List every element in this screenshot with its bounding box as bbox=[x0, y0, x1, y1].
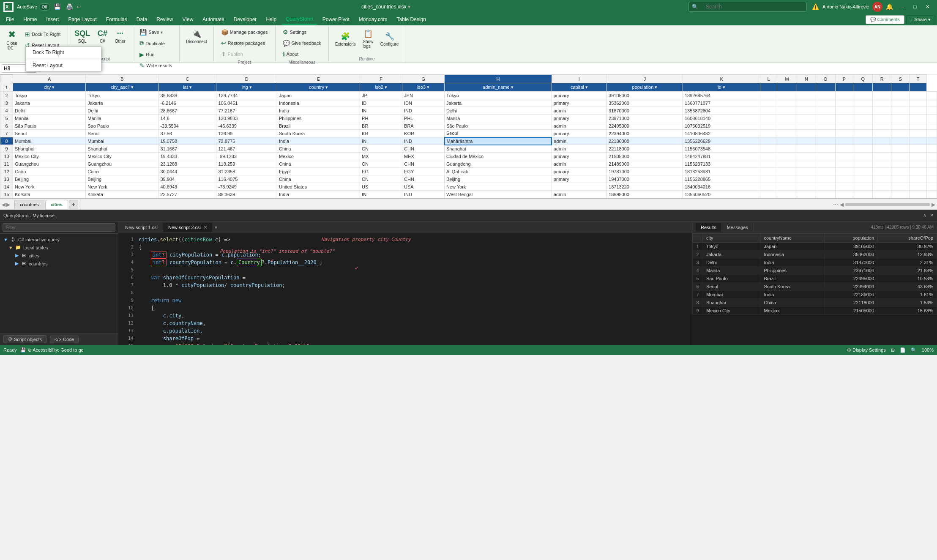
grid-view-icon[interactable]: ⊞ bbox=[891, 347, 895, 353]
about-button[interactable]: ℹ About bbox=[279, 49, 325, 59]
table-cell[interactable]: Cairo bbox=[13, 168, 86, 175]
table-cell[interactable]: Beijing bbox=[86, 175, 158, 183]
table-cell[interactable]: 1156237133 bbox=[683, 160, 760, 168]
table-cell[interactable]: admin bbox=[552, 137, 606, 145]
table-cell[interactable]: Jakarta bbox=[445, 99, 552, 107]
qs-collapse-button[interactable]: ∧ bbox=[923, 213, 926, 218]
table-cell[interactable]: New York bbox=[445, 183, 552, 191]
table-row[interactable]: 15KolkātaKolkata22.572788.3639IndiaININD… bbox=[0, 191, 937, 198]
table-cell[interactable]: CHN bbox=[402, 145, 445, 153]
minimize-button[interactable]: ─ bbox=[896, 2, 908, 11]
menu-table-design[interactable]: Table Design bbox=[393, 15, 430, 24]
table-cell[interactable]: BRA bbox=[402, 122, 445, 130]
header-population[interactable]: population ▾ bbox=[607, 83, 683, 92]
table-cell[interactable]: 39.904 bbox=[158, 175, 216, 183]
results-col-shareofpop[interactable]: shareOfPop bbox=[878, 234, 937, 243]
table-cell[interactable]: Mumbai bbox=[13, 137, 86, 145]
table-cell[interactable]: admin bbox=[552, 160, 606, 168]
table-cell[interactable]: 1608618140 bbox=[683, 115, 760, 122]
header-iso3[interactable]: iso3 ▾ bbox=[402, 83, 445, 92]
table-cell[interactable]: CHN bbox=[402, 160, 445, 168]
table-cell[interactable]: BR bbox=[360, 122, 402, 130]
ctx-dock-right[interactable]: Dock To Right bbox=[26, 47, 101, 58]
table-cell[interactable]: 22.5727 bbox=[158, 191, 216, 198]
results-col-population[interactable]: population bbox=[825, 234, 877, 243]
table-cell[interactable]: China bbox=[277, 160, 360, 168]
table-cell[interactable]: 1356226629 bbox=[683, 137, 760, 145]
table-cell[interactable]: primary bbox=[552, 175, 606, 183]
filter-input[interactable] bbox=[3, 223, 115, 232]
table-cell[interactable]: 22394000 bbox=[607, 130, 683, 137]
table-cell[interactable]: West Bengal bbox=[445, 191, 552, 198]
table-cell[interactable]: 35.6839 bbox=[158, 92, 216, 99]
header-admin-name[interactable]: admin_name ▾ bbox=[445, 83, 552, 92]
table-row[interactable]: 6São PauloSao Paulo-23.5504-46.6339Brazi… bbox=[0, 122, 937, 130]
table-cell[interactable]: 19.4333 bbox=[158, 153, 216, 160]
write-results-button[interactable]: ✎ Write results bbox=[136, 60, 176, 71]
table-cell[interactable]: Guangzhou bbox=[13, 160, 86, 168]
col-header-R[interactable]: R bbox=[873, 75, 891, 83]
results-tab-results[interactable]: Results bbox=[696, 223, 722, 232]
table-cell[interactable]: USA bbox=[402, 183, 445, 191]
table-row[interactable]: 8MumbaiMumbai19.075872.8775IndiaININDMah… bbox=[0, 137, 937, 145]
col-header-E[interactable]: E bbox=[277, 75, 360, 83]
table-cell[interactable]: São Paulo bbox=[445, 122, 552, 130]
table-cell[interactable]: Tōkyō bbox=[445, 92, 552, 99]
table-cell[interactable]: US bbox=[360, 183, 402, 191]
dock-right-button[interactable]: ⊞ Dock To Right bbox=[21, 29, 64, 39]
duplicate-button[interactable]: ⧉ Duplicate bbox=[136, 38, 176, 49]
table-cell[interactable]: Delhi bbox=[445, 107, 552, 115]
table-cell[interactable]: Guangdong bbox=[445, 160, 552, 168]
table-cell[interactable]: Indonesia bbox=[277, 99, 360, 107]
sql-button[interactable]: SQL SQL bbox=[71, 27, 93, 46]
table-cell[interactable]: PHL bbox=[402, 115, 445, 122]
table-cell[interactable]: KR bbox=[360, 130, 402, 137]
table-row[interactable]: 4DelhiDelhi28.666777.2167IndiaININDDelhi… bbox=[0, 107, 937, 115]
table-cell[interactable]: JPN bbox=[402, 92, 445, 99]
table-cell[interactable]: CN bbox=[360, 175, 402, 183]
table-row[interactable]: 14New YorkNew York40.6943-73.9249United … bbox=[0, 183, 937, 191]
table-cell[interactable]: Manila bbox=[445, 115, 552, 122]
disconnect-button[interactable]: 🔌 Disconnect bbox=[183, 27, 210, 46]
table-cell[interactable]: 21505000 bbox=[607, 153, 683, 160]
table-cell[interactable]: New York bbox=[13, 183, 86, 191]
list-item[interactable]: 9Mexico CityMexico2150500016.68% bbox=[693, 307, 937, 315]
sheet-tab-countries[interactable]: countries bbox=[14, 200, 44, 209]
manage-packages-button[interactable]: 📦 Manage packages bbox=[217, 27, 272, 37]
table-cell[interactable]: China bbox=[277, 145, 360, 153]
table-cell[interactable]: -46.6339 bbox=[216, 122, 277, 130]
table-cell[interactable]: India bbox=[277, 107, 360, 115]
table-cell[interactable]: admin bbox=[552, 107, 606, 115]
code-button[interactable]: </> Code bbox=[50, 336, 79, 343]
results-tab-messages[interactable]: Messages bbox=[722, 223, 754, 232]
list-item[interactable]: 4ManilaPhilippines2397100021.88% bbox=[693, 267, 937, 275]
horizontal-scrollbar[interactable] bbox=[845, 203, 930, 206]
table-cell[interactable]: 30.0444 bbox=[158, 168, 216, 175]
col-header-B[interactable]: B bbox=[86, 75, 158, 83]
menu-monday[interactable]: Monday.com bbox=[355, 15, 392, 24]
save-icon[interactable]: 💾 bbox=[54, 3, 61, 10]
table-row[interactable]: 12CairoCairo30.044431.2358EgyptEGEGYAl Q… bbox=[0, 168, 937, 175]
table-cell[interactable]: 1156073548 bbox=[683, 145, 760, 153]
table-cell[interactable]: MX bbox=[360, 153, 402, 160]
table-cell[interactable]: China bbox=[277, 175, 360, 183]
zoom-in-icon[interactable]: 🔍 bbox=[911, 347, 917, 353]
table-cell[interactable]: 31.1667 bbox=[158, 145, 216, 153]
tab-nav-left[interactable]: ◀ bbox=[2, 202, 5, 208]
table-cell[interactable]: MEX bbox=[402, 153, 445, 160]
table-cell[interactable]: JP bbox=[360, 92, 402, 99]
table-cell[interactable]: United States bbox=[277, 183, 360, 191]
settings-button[interactable]: ⚙ Settings bbox=[279, 27, 325, 37]
display-settings-button[interactable]: ⚙ Display Settings bbox=[847, 347, 886, 353]
table-cell[interactable]: IND bbox=[402, 107, 445, 115]
search-input[interactable] bbox=[688, 2, 807, 12]
table-cell[interactable]: primary bbox=[552, 153, 606, 160]
table-cell[interactable]: 22118000 bbox=[607, 145, 683, 153]
table-cell[interactable]: -73.9249 bbox=[216, 183, 277, 191]
table-cell[interactable]: 1840034016 bbox=[683, 183, 760, 191]
table-cell[interactable]: EG bbox=[360, 168, 402, 175]
header-capital[interactable]: capital ▾ bbox=[552, 83, 606, 92]
restore-packages-button[interactable]: ↩ Restore packages bbox=[217, 38, 272, 48]
table-cell[interactable]: 1356060520 bbox=[683, 191, 760, 198]
table-cell[interactable]: admin bbox=[552, 145, 606, 153]
